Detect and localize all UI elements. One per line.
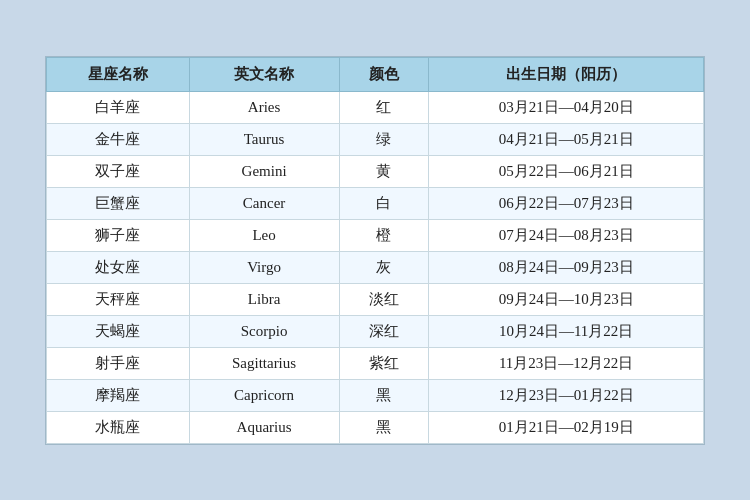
table-cell-r6-c2: 淡红 — [339, 283, 429, 315]
table-cell-r7-c1: Scorpio — [189, 315, 339, 347]
table-cell-r0-c2: 红 — [339, 91, 429, 123]
table-header-cell: 出生日期（阳历） — [429, 57, 704, 91]
table-cell-r8-c1: Sagittarius — [189, 347, 339, 379]
table-cell-r4-c2: 橙 — [339, 219, 429, 251]
table-row: 巨蟹座Cancer白06月22日—07月23日 — [47, 187, 704, 219]
table-cell-r9-c3: 12月23日—01月22日 — [429, 379, 704, 411]
table-header-cell: 英文名称 — [189, 57, 339, 91]
table-cell-r2-c3: 05月22日—06月21日 — [429, 155, 704, 187]
table-header-cell: 颜色 — [339, 57, 429, 91]
table-cell-r9-c2: 黑 — [339, 379, 429, 411]
table-cell-r1-c3: 04月21日—05月21日 — [429, 123, 704, 155]
table-cell-r7-c0: 天蝎座 — [47, 315, 190, 347]
table-cell-r9-c1: Capricorn — [189, 379, 339, 411]
table-cell-r8-c2: 紫红 — [339, 347, 429, 379]
table-cell-r9-c0: 摩羯座 — [47, 379, 190, 411]
table-cell-r6-c1: Libra — [189, 283, 339, 315]
table-row: 狮子座Leo橙07月24日—08月23日 — [47, 219, 704, 251]
table-cell-r2-c0: 双子座 — [47, 155, 190, 187]
table-row: 金牛座Taurus绿04月21日—05月21日 — [47, 123, 704, 155]
table-cell-r3-c3: 06月22日—07月23日 — [429, 187, 704, 219]
table-cell-r0-c3: 03月21日—04月20日 — [429, 91, 704, 123]
table-cell-r3-c1: Cancer — [189, 187, 339, 219]
table-cell-r8-c3: 11月23日—12月22日 — [429, 347, 704, 379]
table-cell-r1-c1: Taurus — [189, 123, 339, 155]
table-cell-r5-c2: 灰 — [339, 251, 429, 283]
table-row: 摩羯座Capricorn黑12月23日—01月22日 — [47, 379, 704, 411]
table-row: 水瓶座Aquarius黑01月21日—02月19日 — [47, 411, 704, 443]
zodiac-table-wrapper: 星座名称英文名称颜色出生日期（阳历） 白羊座Aries红03月21日—04月20… — [45, 56, 705, 445]
table-cell-r0-c0: 白羊座 — [47, 91, 190, 123]
table-row: 射手座Sagittarius紫红11月23日—12月22日 — [47, 347, 704, 379]
table-cell-r6-c0: 天秤座 — [47, 283, 190, 315]
table-cell-r0-c1: Aries — [189, 91, 339, 123]
table-cell-r5-c0: 处女座 — [47, 251, 190, 283]
table-cell-r5-c3: 08月24日—09月23日 — [429, 251, 704, 283]
zodiac-table: 星座名称英文名称颜色出生日期（阳历） 白羊座Aries红03月21日—04月20… — [46, 57, 704, 444]
table-cell-r5-c1: Virgo — [189, 251, 339, 283]
table-row: 双子座Gemini黄05月22日—06月21日 — [47, 155, 704, 187]
table-cell-r10-c2: 黑 — [339, 411, 429, 443]
table-cell-r1-c0: 金牛座 — [47, 123, 190, 155]
table-cell-r2-c2: 黄 — [339, 155, 429, 187]
table-cell-r4-c0: 狮子座 — [47, 219, 190, 251]
table-header-row: 星座名称英文名称颜色出生日期（阳历） — [47, 57, 704, 91]
table-cell-r7-c3: 10月24日—11月22日 — [429, 315, 704, 347]
table-row: 白羊座Aries红03月21日—04月20日 — [47, 91, 704, 123]
table-cell-r3-c2: 白 — [339, 187, 429, 219]
table-cell-r2-c1: Gemini — [189, 155, 339, 187]
table-cell-r8-c0: 射手座 — [47, 347, 190, 379]
table-row: 天蝎座Scorpio深红10月24日—11月22日 — [47, 315, 704, 347]
table-header-cell: 星座名称 — [47, 57, 190, 91]
table-cell-r10-c0: 水瓶座 — [47, 411, 190, 443]
table-cell-r4-c3: 07月24日—08月23日 — [429, 219, 704, 251]
table-cell-r7-c2: 深红 — [339, 315, 429, 347]
table-cell-r1-c2: 绿 — [339, 123, 429, 155]
table-cell-r3-c0: 巨蟹座 — [47, 187, 190, 219]
table-cell-r10-c3: 01月21日—02月19日 — [429, 411, 704, 443]
table-body: 白羊座Aries红03月21日—04月20日金牛座Taurus绿04月21日—0… — [47, 91, 704, 443]
table-cell-r10-c1: Aquarius — [189, 411, 339, 443]
table-cell-r6-c3: 09月24日—10月23日 — [429, 283, 704, 315]
table-cell-r4-c1: Leo — [189, 219, 339, 251]
table-row: 天秤座Libra淡红09月24日—10月23日 — [47, 283, 704, 315]
table-row: 处女座Virgo灰08月24日—09月23日 — [47, 251, 704, 283]
